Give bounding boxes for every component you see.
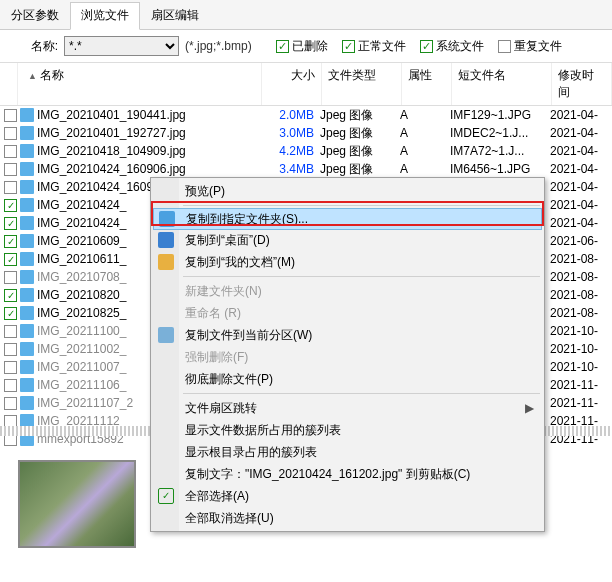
file-time: 2021-04- xyxy=(550,198,610,212)
col-size[interactable]: 大小 xyxy=(262,63,322,105)
col-checkbox[interactable] xyxy=(0,63,18,105)
file-icon xyxy=(20,360,34,374)
file-time: 2021-11- xyxy=(550,378,610,392)
submenu-arrow-icon: ▶ xyxy=(525,401,534,415)
file-attr: A xyxy=(400,126,450,140)
file-icon xyxy=(20,270,34,284)
file-size: 3.0MB xyxy=(260,126,320,140)
file-icon xyxy=(20,396,34,410)
file-short: IM7A72~1.J... xyxy=(450,144,550,158)
file-icon xyxy=(20,378,34,392)
check-icon: ✓ xyxy=(158,488,174,504)
file-time: 2021-08- xyxy=(550,252,610,266)
menu-sector-jump[interactable]: 文件扇区跳转▶ xyxy=(153,397,542,419)
col-short[interactable]: 短文件名 xyxy=(452,63,552,105)
file-time: 2021-10- xyxy=(550,360,610,374)
menu-copy-text[interactable]: 复制文字："IMG_20210424_161202.jpg" 到剪贴板(C) xyxy=(153,463,542,485)
row-checkbox[interactable]: ✓ xyxy=(4,343,17,356)
chk-deleted[interactable]: ✓已删除 xyxy=(276,38,328,55)
row-checkbox[interactable]: ✓ xyxy=(4,181,17,194)
file-attr: A xyxy=(400,162,450,176)
file-time: 2021-08- xyxy=(550,288,610,302)
menu-select-all[interactable]: ✓全部选择(A) xyxy=(153,485,542,507)
filter-bar: 名称: *.* (*.jpg;*.bmp) ✓已删除 ✓正常文件 ✓系统文件 ✓… xyxy=(0,30,612,62)
table-header: ▲ 名称 大小 文件类型 属性 短文件名 修改时间 xyxy=(0,62,612,106)
file-name: IMG_20210418_104909.jpg xyxy=(37,144,260,158)
chk-duplicate[interactable]: ✓重复文件 xyxy=(498,38,562,55)
row-checkbox[interactable]: ✓ xyxy=(4,271,17,284)
row-checkbox[interactable]: ✓ xyxy=(4,235,17,248)
file-time: 2021-06- xyxy=(550,234,610,248)
file-icon xyxy=(20,252,34,266)
file-name: IMG_20210401_192727.jpg xyxy=(37,126,260,140)
row-checkbox[interactable]: ✓ xyxy=(4,325,17,338)
menu-copy-to-desktop[interactable]: 复制到“桌面”(D) xyxy=(153,229,542,251)
col-name[interactable]: ▲ 名称 xyxy=(18,63,262,105)
table-row[interactable]: ✓IMG_20210418_104909.jpg4.2MBJpeg 图像AIM7… xyxy=(0,142,612,160)
row-checkbox[interactable]: ✓ xyxy=(4,145,17,158)
menu-show-root-clusters[interactable]: 显示根目录占用的簇列表 xyxy=(153,441,542,463)
tab-sector-edit[interactable]: 扇区编辑 xyxy=(140,2,210,29)
file-icon xyxy=(20,342,34,356)
row-checkbox[interactable]: ✓ xyxy=(4,163,17,176)
file-time: 2021-04- xyxy=(550,108,610,122)
row-checkbox[interactable]: ✓ xyxy=(4,361,17,374)
name-label: 名称: xyxy=(8,38,58,55)
file-name: IMG_20210424_160906.jpg xyxy=(37,162,260,176)
tab-partition[interactable]: 分区参数 xyxy=(0,2,70,29)
file-time: 2021-11- xyxy=(550,396,610,410)
table-row[interactable]: ✓IMG_20210424_160906.jpg3.4MBJpeg 图像AIM6… xyxy=(0,160,612,178)
file-attr: A xyxy=(400,144,450,158)
row-checkbox[interactable]: ✓ xyxy=(4,253,17,266)
menu-preview[interactable]: 预览(P) xyxy=(153,180,542,202)
file-time: 2021-04- xyxy=(550,180,610,194)
file-type: Jpeg 图像 xyxy=(320,161,400,178)
tab-bar: 分区参数 浏览文件 扇区编辑 xyxy=(0,0,612,30)
chk-normal[interactable]: ✓正常文件 xyxy=(342,38,406,55)
menu-perm-delete[interactable]: 彻底删除文件(P) xyxy=(153,368,542,390)
menu-new-folder: 新建文件夹(N) xyxy=(153,280,542,302)
file-size: 4.2MB xyxy=(260,144,320,158)
image-preview xyxy=(18,460,136,548)
context-menu: 预览(P) 复制到指定文件夹(S)... 复制到“桌面”(D) 复制到“我的文档… xyxy=(150,177,545,532)
tab-browse[interactable]: 浏览文件 xyxy=(70,2,140,30)
col-time[interactable]: 修改时间 xyxy=(552,63,612,105)
table-row[interactable]: ✓IMG_20210401_190441.jpg2.0MBJpeg 图像AIMF… xyxy=(0,106,612,124)
file-name: IMG_20210401_190441.jpg xyxy=(37,108,260,122)
file-time: 2021-08- xyxy=(550,306,610,320)
file-size: 2.0MB xyxy=(260,108,320,122)
menu-copy-to-partition[interactable]: 复制文件到当前分区(W) xyxy=(153,324,542,346)
menu-show-clusters[interactable]: 显示文件数据所占用的簇列表 xyxy=(153,419,542,441)
row-checkbox[interactable]: ✓ xyxy=(4,109,17,122)
menu-rename: 重命名 (R) xyxy=(153,302,542,324)
file-short: IMF129~1.JPG xyxy=(450,108,550,122)
file-time: 2021-08- xyxy=(550,270,610,284)
partition-icon xyxy=(158,327,174,343)
file-attr: A xyxy=(400,108,450,122)
row-checkbox[interactable]: ✓ xyxy=(4,289,17,302)
row-checkbox[interactable]: ✓ xyxy=(4,307,17,320)
file-type: Jpeg 图像 xyxy=(320,125,400,142)
name-filter-select[interactable]: *.* xyxy=(64,36,179,56)
file-icon xyxy=(20,324,34,338)
file-icon xyxy=(20,306,34,320)
file-time: 2021-10- xyxy=(550,324,610,338)
chk-system[interactable]: ✓系统文件 xyxy=(420,38,484,55)
file-type: Jpeg 图像 xyxy=(320,143,400,160)
file-icon xyxy=(20,234,34,248)
menu-deselect-all[interactable]: 全部取消选择(U) xyxy=(153,507,542,529)
file-time: 2021-04- xyxy=(550,144,610,158)
table-row[interactable]: ✓IMG_20210401_192727.jpg3.0MBJpeg 图像AIMD… xyxy=(0,124,612,142)
col-attr[interactable]: 属性 xyxy=(402,63,452,105)
menu-copy-to-folder[interactable]: 复制到指定文件夹(S)... xyxy=(153,208,542,230)
row-checkbox[interactable]: ✓ xyxy=(4,199,17,212)
file-icon xyxy=(20,108,34,122)
menu-copy-to-docs[interactable]: 复制到“我的文档”(M) xyxy=(153,251,542,273)
row-checkbox[interactable]: ✓ xyxy=(4,217,17,230)
file-time: 2021-04- xyxy=(550,126,610,140)
col-type[interactable]: 文件类型 xyxy=(322,63,402,105)
row-checkbox[interactable]: ✓ xyxy=(4,397,17,410)
row-checkbox[interactable]: ✓ xyxy=(4,379,17,392)
file-short: IMDEC2~1.J... xyxy=(450,126,550,140)
row-checkbox[interactable]: ✓ xyxy=(4,127,17,140)
